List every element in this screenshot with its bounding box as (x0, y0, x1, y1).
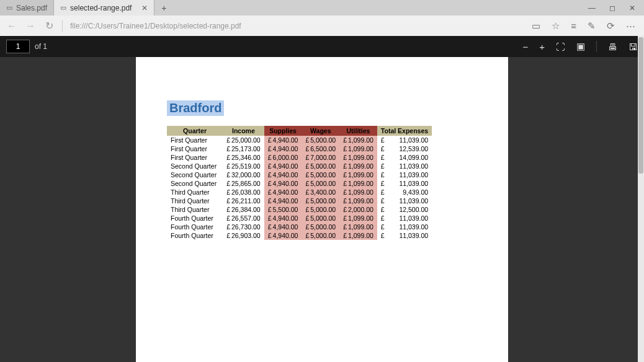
refresh-icon[interactable]: ↻ (43, 20, 55, 32)
cell-wages: 5,000.00 (310, 162, 339, 170)
cell-supplies: 4,940.00 (273, 144, 302, 153)
cell-currency: £ (264, 188, 273, 196)
cell-currency: £ (377, 214, 386, 223)
cell-income: 25,519.00 (231, 162, 264, 170)
table-row: First Quarter£25,173.00£4,940.00£6,500.0… (167, 144, 432, 153)
col-wages: Wages (302, 126, 339, 136)
tab-strip: ▭ Sales.pdf ▭ selected-range.pdf ✕ + — ◻… (0, 0, 644, 15)
pdf-page: Bradford Quarter Income Supplies Wages U… (136, 57, 508, 362)
cell-wages: 5,000.00 (310, 205, 339, 214)
table-header-row: Quarter Income Supplies Wages Utilities … (167, 126, 432, 136)
table-row: Third Quarter£26,384.00£5,500.00£5,000.0… (167, 205, 432, 214)
cell-currency: £ (377, 179, 386, 188)
cell-quarter: First Quarter (167, 153, 223, 162)
cell-currency: £ (377, 136, 386, 144)
cell-total: 12,500.00 (386, 205, 432, 214)
print-icon[interactable]: 🖶 (608, 42, 617, 52)
cell-utilities: 2,000.00 (348, 205, 377, 214)
cell-supplies: 4,940.00 (273, 188, 302, 196)
cell-supplies: 4,940.00 (273, 196, 302, 205)
close-window-icon[interactable]: ✕ (629, 4, 635, 12)
col-supplies: Supplies (264, 126, 302, 136)
cell-currency: £ (223, 162, 231, 170)
cell-supplies: 4,940.00 (273, 231, 302, 240)
minimize-icon[interactable]: — (588, 4, 596, 12)
cell-currency: £ (302, 170, 310, 179)
cell-total: 14,099.00 (386, 153, 432, 162)
cell-quarter: Third Quarter (167, 188, 223, 196)
cell-currency: £ (264, 196, 273, 205)
page-number-input[interactable] (6, 40, 30, 53)
new-tab-button[interactable]: + (154, 0, 173, 15)
cell-currency: £ (223, 170, 231, 179)
cell-total: 11,039.00 (386, 214, 432, 223)
cell-currency: £ (223, 153, 231, 162)
rotate-icon[interactable]: ▣ (576, 41, 585, 52)
cell-currency: £ (223, 223, 231, 231)
cell-total: 11,039.00 (386, 223, 432, 231)
pdf-toolbar: of 1 − + ⛶ ▣ 🖶 🖫 (0, 36, 644, 57)
col-total: Total Expenses (377, 126, 432, 136)
save-icon[interactable]: 🖫 (628, 42, 638, 52)
cell-utilities: 1,099.00 (348, 179, 377, 188)
cell-supplies: 5,500.00 (273, 205, 302, 214)
cell-quarter: First Quarter (167, 136, 223, 144)
cell-quarter: Second Quarter (167, 170, 223, 179)
table-row: First Quarter£25,346.00£6,000.00£7,000.0… (167, 153, 432, 162)
favorite-icon[interactable]: ☆ (552, 20, 560, 32)
tab-label: selected-range.pdf (70, 4, 132, 12)
cell-currency: £ (264, 144, 273, 153)
cell-total: 11,039.00 (386, 170, 432, 179)
cell-total: 12,539.00 (386, 144, 432, 153)
cell-currency: £ (377, 196, 386, 205)
tab-sales[interactable]: ▭ Sales.pdf (0, 0, 54, 15)
forward-icon[interactable]: → (25, 20, 36, 32)
table-row: Fourth Quarter£26,730.00£4,940.00£5,000.… (167, 223, 432, 231)
cell-wages: 5,000.00 (310, 231, 339, 240)
table-row: Fourth Quarter£26,903.00£4,940.00£5,000.… (167, 231, 432, 240)
close-icon[interactable]: ✕ (141, 4, 148, 12)
pdf-viewer[interactable]: Bradford Quarter Income Supplies Wages U… (0, 57, 644, 362)
cell-currency: £ (223, 136, 231, 144)
vertical-scrollbar[interactable] (638, 36, 644, 362)
url-display[interactable]: file:///C:/Users/Trainee1/Desktop/select… (70, 22, 524, 30)
back-icon[interactable]: ← (6, 20, 17, 32)
hub-icon[interactable]: ≡ (571, 20, 576, 31)
share-icon[interactable]: ⟳ (607, 20, 615, 32)
cell-quarter: Third Quarter (167, 196, 223, 205)
reading-view-icon[interactable]: ▭ (532, 20, 540, 32)
cell-currency: £ (264, 179, 273, 188)
scrollbar-thumb[interactable] (638, 37, 643, 174)
cell-currency: £ (302, 223, 310, 231)
pdf-icon: ▭ (60, 4, 66, 12)
maximize-icon[interactable]: ◻ (609, 4, 615, 12)
cell-currency: £ (339, 162, 348, 170)
more-icon[interactable]: ⋯ (626, 20, 635, 32)
cell-income: 26,903.00 (231, 231, 264, 240)
table-row: Second Quarter£25,865.00£4,940.00£5,000.… (167, 179, 432, 188)
cell-currency: £ (302, 162, 310, 170)
cell-currency: £ (377, 231, 386, 240)
cell-supplies: 4,940.00 (273, 170, 302, 179)
cell-currency: £ (377, 144, 386, 153)
cell-utilities: 1,099.00 (348, 223, 377, 231)
zoom-out-icon[interactable]: − (522, 42, 528, 52)
cell-currency: £ (223, 179, 231, 188)
cell-utilities: 1,099.00 (348, 214, 377, 223)
cell-quarter: Fourth Quarter (167, 214, 223, 223)
cell-currency: £ (339, 196, 348, 205)
fit-page-icon[interactable]: ⛶ (556, 42, 565, 52)
col-income: Income (223, 126, 264, 136)
cell-utilities: 1,099.00 (348, 153, 377, 162)
tab-selected-range[interactable]: ▭ selected-range.pdf ✕ (54, 0, 154, 15)
cell-currency: £ (302, 136, 310, 144)
cell-utilities: 1,099.00 (348, 144, 377, 153)
table-row: Second Quarter£25,519.00£4,940.00£5,000.… (167, 162, 432, 170)
cell-income: 25,000.00 (231, 136, 264, 144)
cell-quarter: First Quarter (167, 144, 223, 153)
zoom-in-icon[interactable]: + (539, 42, 545, 52)
cell-total: 11,039.00 (386, 136, 432, 144)
note-icon[interactable]: ✎ (588, 20, 596, 32)
col-quarter: Quarter (167, 126, 223, 136)
cell-currency: £ (339, 205, 348, 214)
